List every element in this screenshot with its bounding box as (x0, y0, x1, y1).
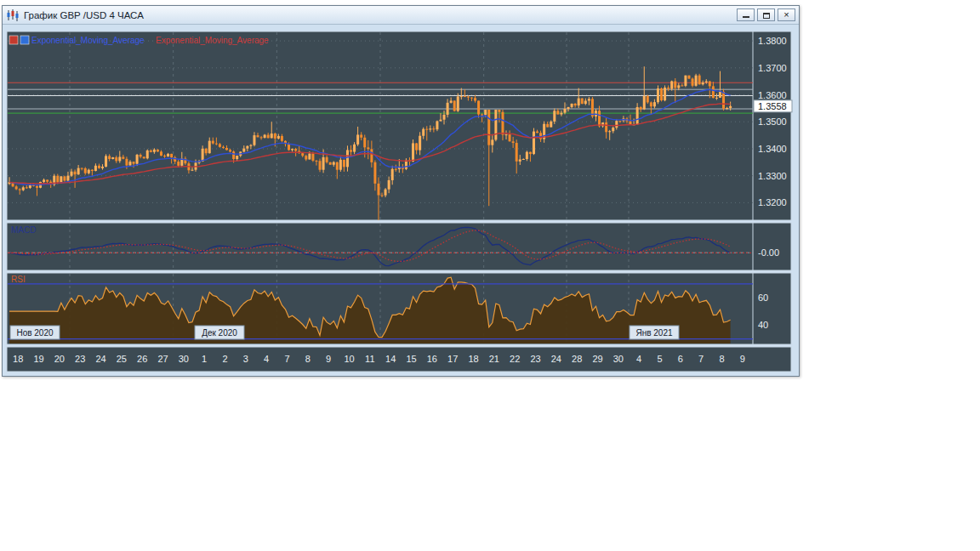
time-tick[interactable]: 22 (510, 354, 520, 364)
time-tick[interactable]: 18 (13, 354, 23, 364)
rsi-label: RSI (11, 275, 26, 284)
time-tick[interactable]: 23 (75, 354, 85, 364)
time-tick[interactable]: 9 (326, 354, 331, 364)
main-price-panel (7, 31, 791, 220)
price-tick[interactable]: 1.3800 (758, 36, 787, 46)
macd-tick: -0.00 (758, 247, 779, 258)
restore-icon (763, 13, 770, 19)
close-button[interactable]: × (778, 9, 795, 21)
month-label: Янв 2021 (630, 326, 679, 339)
time-tick[interactable]: 29 (592, 354, 602, 364)
label: Янв 2021 (635, 328, 673, 338)
time-tick[interactable]: 4 (264, 354, 269, 364)
time-tick[interactable]: 24 (95, 354, 105, 364)
time-tick[interactable]: 7 (698, 354, 704, 364)
close-icon: × (783, 9, 789, 20)
macd-label: MACD (11, 225, 36, 235)
label: Дек 2020 (202, 328, 237, 338)
minimize-icon (743, 16, 749, 18)
label: Нов 2020 (16, 328, 54, 338)
window-titlebar[interactable]: График GBP /USD 4 ЧАСА × (3, 6, 799, 25)
price-tick[interactable]: 1.3600 (758, 90, 787, 100)
time-tick[interactable]: 26 (137, 354, 147, 364)
month-label: Нов 2020 (10, 326, 60, 339)
time-tick[interactable]: 24 (551, 354, 561, 364)
time-tick[interactable]: 8 (719, 354, 724, 364)
time-tick[interactable]: 23 (530, 354, 540, 364)
ema-slow-label: Exponential_Moving_Average (156, 36, 269, 45)
time-tick[interactable]: 9 (740, 354, 745, 364)
time-tick[interactable]: 17 (447, 354, 458, 364)
time-tick[interactable]: 8 (305, 354, 311, 364)
price-tick[interactable]: 1.3200 (758, 197, 787, 207)
current-price-label: 1.3558 (758, 101, 787, 111)
legend-blue-swatch[interactable] (20, 36, 29, 44)
price-tick[interactable]: 1.3400 (758, 144, 787, 154)
price-tick[interactable]: 1.3700 (758, 63, 787, 73)
time-tick[interactable]: 14 (385, 354, 396, 364)
time-tick[interactable]: 20 (54, 354, 65, 364)
rsi-tick: 60 (758, 293, 768, 303)
time-tick[interactable]: 28 (572, 354, 582, 364)
window-title: График GBP /USD 4 ЧАСА (24, 10, 734, 20)
time-tick[interactable]: 1 (202, 354, 207, 364)
time-tick[interactable]: 19 (33, 354, 43, 364)
month-label: Дек 2020 (195, 326, 244, 339)
chart-canvas[interactable]: 1.38001.37001.36001.35001.34001.33001.32… (6, 28, 794, 372)
ema-fast-label: Exponential_Moving_Average (31, 36, 145, 45)
rsi-tick: 40 (758, 320, 768, 330)
time-tick[interactable]: 4 (636, 354, 641, 364)
legend-red-swatch[interactable] (9, 36, 18, 44)
time-tick[interactable]: 27 (157, 354, 168, 364)
candlestick-chart-icon (6, 9, 20, 21)
time-tick[interactable]: 3 (243, 354, 248, 364)
price-tick[interactable]: 1.3500 (758, 116, 787, 127)
time-tick[interactable]: 6 (678, 354, 683, 364)
time-tick[interactable]: 2 (222, 354, 227, 364)
price-tick[interactable]: 1.3300 (758, 171, 787, 181)
minimize-button[interactable] (737, 9, 755, 21)
time-tick[interactable]: 15 (406, 354, 416, 364)
window-controls: × (734, 9, 795, 21)
time-tick[interactable]: 25 (117, 354, 127, 364)
chart-window: График GBP /USD 4 ЧАСА × 1.38001.37001.3… (2, 5, 800, 377)
time-tick[interactable]: 10 (344, 354, 354, 364)
restore-button[interactable] (757, 9, 775, 21)
chart-area: 1.38001.37001.36001.35001.34001.33001.32… (3, 25, 799, 376)
time-tick[interactable]: 30 (613, 354, 624, 364)
time-tick[interactable]: 18 (468, 354, 478, 364)
time-tick[interactable]: 30 (179, 354, 189, 364)
time-tick[interactable]: 16 (427, 354, 437, 364)
time-tick[interactable]: 7 (284, 354, 289, 364)
macd-panel (7, 223, 791, 270)
time-tick[interactable]: 5 (657, 354, 662, 364)
time-tick[interactable]: 11 (365, 354, 374, 364)
time-tick[interactable]: 21 (489, 354, 499, 364)
